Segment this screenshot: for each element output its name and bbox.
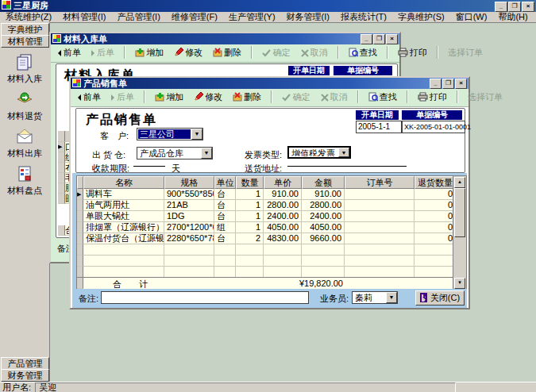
print-button[interactable]: 打印	[414, 89, 451, 105]
table-cell: 9660.00	[302, 233, 345, 244]
close-window-button[interactable]: 关闭(C)	[415, 290, 465, 306]
app-restore-button[interactable]: ❐	[508, 2, 521, 12]
table-cell: 2800.00	[264, 200, 302, 211]
sidebar-group-material[interactable]: 材料管理	[1, 35, 49, 48]
table-row[interactable]: 排烟罩（辽源银行）2700*1200*650组14050.004050.000	[77, 222, 456, 233]
chevron-down-icon[interactable]: ▼	[201, 148, 212, 159]
table-cell	[345, 267, 415, 278]
table-cell: 组	[214, 222, 236, 233]
table-row[interactable]: 单眼大锅灶1DG台12400.002400.000	[77, 211, 456, 222]
app-close-button[interactable]: ×	[522, 2, 534, 12]
payment-term-input[interactable]	[133, 156, 165, 167]
sidebar-item-material-return[interactable]: 材料退货	[0, 90, 49, 122]
app-minimize-button[interactable]: _	[495, 2, 507, 12]
menu-dictionary[interactable]: 字典维护(S)	[392, 12, 450, 22]
cancel-button[interactable]: 取消	[297, 44, 332, 60]
menu-material[interactable]: 材料管理(I)	[57, 12, 111, 22]
invoice-type-label: 发票类型:	[245, 149, 282, 161]
find-button[interactable]: 查找	[364, 89, 401, 105]
next-record-button[interactable]: 后单	[107, 89, 138, 105]
sidebar-item-material-in[interactable]: 材料入库	[0, 52, 49, 85]
table-cell	[164, 256, 214, 267]
delete-button[interactable]: 删除	[209, 44, 245, 60]
documents-icon	[15, 52, 34, 71]
table-cell: 油气两用灶	[83, 200, 164, 211]
sales-window-icon	[72, 79, 81, 87]
sales-close-button[interactable]: ×	[455, 79, 467, 89]
table-row[interactable]	[77, 256, 456, 267]
scroll-down-icon[interactable]: ▼	[454, 278, 465, 289]
table-cell	[345, 244, 415, 256]
sales-minimize-button[interactable]: _	[430, 79, 442, 89]
table-row[interactable]: 油气两用灶21AB台12800.002800.000	[77, 200, 456, 211]
table-cell	[214, 267, 236, 278]
chevron-down-icon[interactable]: ▼	[386, 292, 397, 303]
open-date-value[interactable]: 2005-1-1	[356, 121, 402, 133]
select-order-button[interactable]: 选择订单	[444, 44, 487, 60]
prev-record-button[interactable]: 前单	[74, 89, 105, 105]
sales-restore-button[interactable]: ❐	[442, 79, 454, 89]
table-row[interactable]: ▶调料车900*550*850台1910.00910.000	[77, 189, 456, 200]
sidebar-item-material-out[interactable]: 材料出库	[0, 127, 49, 159]
table-cell	[345, 200, 415, 211]
menu-window[interactable]: 窗口(W)	[450, 12, 493, 22]
table-cell	[164, 244, 214, 256]
menu-report[interactable]: 报表统计(T)	[335, 12, 392, 22]
inbound-minimize-button[interactable]: _	[361, 34, 372, 44]
menu-help[interactable]: 帮助(H)	[492, 12, 533, 22]
clerk-select[interactable]: 秦莉▼	[352, 291, 398, 304]
sidebar-item-material-check[interactable]: 材料盘点	[0, 164, 49, 197]
table-vertical-scrollbar[interactable]: ▲ ▼	[453, 175, 467, 290]
edit-button[interactable]: 修改	[170, 44, 206, 60]
app-titlebar: 三星厨房 _❐×	[0, 0, 536, 12]
inbound-window-icon	[52, 34, 61, 43]
scroll-up-icon[interactable]: ▲	[454, 177, 465, 188]
table-cell	[214, 244, 236, 256]
table-cell: 21AB	[164, 200, 214, 211]
edit-button[interactable]: 修改	[190, 89, 226, 105]
table-row[interactable]	[77, 244, 456, 256]
customer-select[interactable]: 三星公司▼	[137, 128, 203, 140]
delivery-address-input[interactable]	[287, 156, 407, 167]
doc-number-header: 单据编号	[402, 110, 462, 120]
inbound-date-header: 开单日期	[288, 66, 330, 75]
sidebar-group-dictionary[interactable]: 字典维护	[1, 23, 49, 36]
add-button[interactable]: 增加	[131, 44, 168, 60]
next-record-button[interactable]: 后单	[87, 44, 118, 60]
print-button[interactable]: 打印	[394, 44, 431, 60]
inbound-close-button[interactable]: ×	[386, 34, 398, 44]
table-row[interactable]	[77, 267, 456, 278]
menu-repair[interactable]: 维修管理(F)	[166, 12, 223, 22]
table-cell	[236, 244, 264, 256]
row-marker	[77, 200, 83, 211]
select-order-button[interactable]: 选择订单	[464, 89, 507, 105]
table-cell: 0	[415, 189, 456, 200]
add-icon	[155, 92, 164, 102]
delete-icon	[213, 48, 222, 57]
menu-finance[interactable]: 财务管理(I)	[281, 12, 335, 22]
find-button[interactable]: 查找	[345, 44, 381, 60]
doc-number-value[interactable]: XK-2005-01-01-0001	[402, 121, 465, 133]
note-input[interactable]	[101, 291, 309, 304]
scroll-thumb[interactable]	[454, 188, 465, 237]
sales-window-title: 产品销售单	[83, 79, 127, 88]
chevron-down-icon[interactable]: ▼	[191, 129, 202, 140]
sidebar-group-product[interactable]: 产品管理	[1, 357, 49, 370]
delete-button[interactable]: 删除	[229, 89, 265, 105]
row-marker	[77, 256, 83, 267]
table-cell: 2400.00	[302, 211, 345, 222]
note-label: 备注:	[79, 293, 98, 305]
menu-system[interactable]: 系统维护(Z)	[0, 12, 57, 22]
confirm-button[interactable]: 确定	[278, 89, 314, 105]
row-marker: ▶	[77, 189, 83, 200]
menu-product[interactable]: 产品管理(I)	[111, 12, 165, 22]
sidebar-item-label: 材料退货	[7, 111, 42, 121]
add-button[interactable]: 增加	[151, 89, 187, 105]
sidebar-group-finance[interactable]: 财务管理	[1, 369, 49, 382]
cancel-button[interactable]: 取消	[317, 89, 352, 105]
menu-production[interactable]: 生产管理(Y)	[223, 12, 281, 22]
table-row[interactable]: 保温付货台（辽源银行）2280*650*780台24830.009660.000	[77, 233, 456, 244]
confirm-button[interactable]: 确定	[258, 44, 294, 60]
inbound-restore-button[interactable]: ❐	[373, 34, 385, 44]
prev-record-button[interactable]: 前单	[54, 44, 85, 60]
